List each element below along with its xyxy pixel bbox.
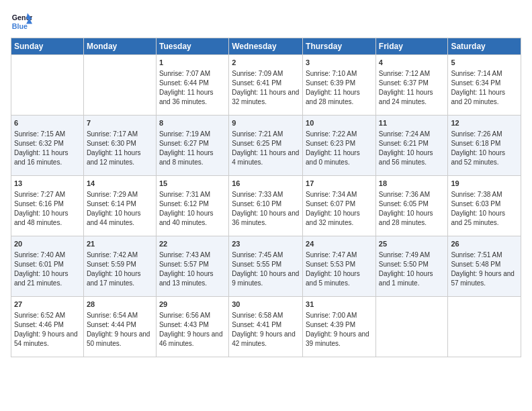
- calendar-cell: 24Sunrise: 7:47 AMSunset: 5:53 PMDayligh…: [303, 236, 376, 297]
- day-number: 24: [306, 239, 373, 249]
- calendar-cell: 27Sunrise: 6:52 AMSunset: 4:46 PMDayligh…: [11, 297, 84, 357]
- day-of-week-header: Friday: [375, 38, 448, 55]
- calendar-week-row: 13Sunrise: 7:27 AMSunset: 6:16 PMDayligh…: [11, 176, 521, 236]
- day-detail: Sunrise: 7:15 AMSunset: 6:32 PMDaylight:…: [14, 130, 81, 167]
- calendar-cell: 8Sunrise: 7:19 AMSunset: 6:27 PMDaylight…: [156, 116, 228, 176]
- day-detail: Sunrise: 6:58 AMSunset: 4:41 PMDaylight:…: [232, 311, 300, 349]
- day-number: 21: [87, 239, 153, 249]
- calendar-cell: 19Sunrise: 7:38 AMSunset: 6:03 PMDayligh…: [448, 176, 521, 236]
- day-number: 5: [451, 58, 518, 68]
- day-detail: Sunrise: 7:14 AMSunset: 6:34 PMDaylight:…: [451, 69, 518, 107]
- day-detail: Sunrise: 7:07 AMSunset: 6:44 PMDaylight:…: [159, 69, 226, 107]
- day-number: 9: [232, 118, 300, 128]
- day-number: 13: [14, 179, 81, 189]
- day-detail: Sunrise: 7:10 AMSunset: 6:39 PMDaylight:…: [306, 69, 373, 107]
- day-detail: Sunrise: 7:26 AMSunset: 6:18 PMDaylight:…: [451, 130, 518, 167]
- day-detail: Sunrise: 7:36 AMSunset: 6:05 PMDaylight:…: [379, 190, 445, 228]
- day-number: 25: [379, 239, 445, 249]
- day-number: 20: [14, 239, 81, 249]
- calendar-cell: 12Sunrise: 7:26 AMSunset: 6:18 PMDayligh…: [448, 116, 521, 176]
- day-number: 10: [306, 118, 373, 128]
- calendar-cell: 26Sunrise: 7:51 AMSunset: 5:48 PMDayligh…: [448, 236, 521, 297]
- calendar-cell: [11, 55, 84, 116]
- calendar-cell: 30Sunrise: 6:58 AMSunset: 4:41 PMDayligh…: [229, 297, 303, 357]
- calendar-table: SundayMondayTuesdayWednesdayThursdayFrid…: [11, 38, 521, 357]
- calendar-cell: [448, 297, 521, 357]
- day-number: 19: [451, 179, 518, 189]
- calendar-cell: 7Sunrise: 7:17 AMSunset: 6:30 PMDaylight…: [83, 116, 156, 176]
- calendar-cell: 14Sunrise: 7:29 AMSunset: 6:14 PMDayligh…: [83, 176, 156, 236]
- calendar-cell: 25Sunrise: 7:49 AMSunset: 5:50 PMDayligh…: [375, 236, 448, 297]
- logo: General Blue: [11, 11, 32, 32]
- day-of-week-header: Saturday: [448, 38, 521, 55]
- day-detail: Sunrise: 7:45 AMSunset: 5:55 PMDaylight:…: [232, 250, 300, 288]
- day-detail: Sunrise: 7:34 AMSunset: 6:07 PMDaylight:…: [306, 190, 373, 228]
- day-number: 2: [232, 58, 300, 68]
- day-number: 26: [451, 239, 518, 249]
- day-detail: Sunrise: 7:38 AMSunset: 6:03 PMDaylight:…: [451, 190, 518, 228]
- day-number: 22: [159, 239, 226, 249]
- day-detail: Sunrise: 7:47 AMSunset: 5:53 PMDaylight:…: [306, 250, 373, 288]
- day-detail: Sunrise: 6:56 AMSunset: 4:43 PMDaylight:…: [159, 311, 226, 349]
- calendar-cell: 9Sunrise: 7:21 AMSunset: 6:25 PMDaylight…: [229, 116, 303, 176]
- calendar-header-row: SundayMondayTuesdayWednesdayThursdayFrid…: [11, 38, 521, 55]
- day-detail: Sunrise: 7:51 AMSunset: 5:48 PMDaylight:…: [451, 250, 518, 288]
- day-number: 30: [232, 300, 300, 310]
- calendar-cell: 3Sunrise: 7:10 AMSunset: 6:39 PMDaylight…: [303, 55, 376, 116]
- calendar-cell: [375, 297, 448, 357]
- day-detail: Sunrise: 7:24 AMSunset: 6:21 PMDaylight:…: [379, 130, 445, 167]
- day-number: 4: [379, 58, 445, 68]
- calendar-cell: 31Sunrise: 7:00 AMSunset: 4:39 PMDayligh…: [303, 297, 376, 357]
- day-number: 3: [306, 58, 373, 68]
- day-number: 12: [451, 118, 518, 128]
- day-number: 28: [87, 300, 153, 310]
- day-detail: Sunrise: 7:22 AMSunset: 6:23 PMDaylight:…: [306, 130, 373, 167]
- day-detail: Sunrise: 7:19 AMSunset: 6:27 PMDaylight:…: [159, 130, 226, 167]
- day-detail: Sunrise: 7:09 AMSunset: 6:41 PMDaylight:…: [232, 69, 300, 107]
- page-header: General Blue: [11, 11, 521, 32]
- calendar-week-row: 6Sunrise: 7:15 AMSunset: 6:32 PMDaylight…: [11, 116, 521, 176]
- day-number: 31: [306, 300, 373, 310]
- day-detail: Sunrise: 6:54 AMSunset: 4:44 PMDaylight:…: [87, 311, 153, 349]
- calendar-week-row: 27Sunrise: 6:52 AMSunset: 4:46 PMDayligh…: [11, 297, 521, 357]
- day-detail: Sunrise: 7:27 AMSunset: 6:16 PMDaylight:…: [14, 190, 81, 228]
- day-detail: Sunrise: 6:52 AMSunset: 4:46 PMDaylight:…: [14, 311, 81, 349]
- calendar-cell: 16Sunrise: 7:33 AMSunset: 6:10 PMDayligh…: [229, 176, 303, 236]
- calendar-cell: 13Sunrise: 7:27 AMSunset: 6:16 PMDayligh…: [11, 176, 84, 236]
- day-detail: Sunrise: 7:31 AMSunset: 6:12 PMDaylight:…: [159, 190, 226, 228]
- day-number: 18: [379, 179, 445, 189]
- calendar-cell: 22Sunrise: 7:43 AMSunset: 5:57 PMDayligh…: [156, 236, 228, 297]
- day-number: 29: [159, 300, 226, 310]
- day-number: 23: [232, 239, 300, 249]
- day-number: 17: [306, 179, 373, 189]
- day-detail: Sunrise: 7:49 AMSunset: 5:50 PMDaylight:…: [379, 250, 445, 288]
- day-detail: Sunrise: 7:33 AMSunset: 6:10 PMDaylight:…: [232, 190, 300, 228]
- day-detail: Sunrise: 7:43 AMSunset: 5:57 PMDaylight:…: [159, 250, 226, 288]
- calendar-cell: 2Sunrise: 7:09 AMSunset: 6:41 PMDaylight…: [229, 55, 303, 116]
- day-detail: Sunrise: 7:40 AMSunset: 6:01 PMDaylight:…: [14, 250, 81, 288]
- day-detail: Sunrise: 7:42 AMSunset: 5:59 PMDaylight:…: [87, 250, 153, 288]
- calendar-cell: 6Sunrise: 7:15 AMSunset: 6:32 PMDaylight…: [11, 116, 84, 176]
- day-number: 8: [159, 118, 226, 128]
- day-of-week-header: Sunday: [11, 38, 84, 55]
- day-detail: Sunrise: 7:00 AMSunset: 4:39 PMDaylight:…: [306, 311, 373, 349]
- calendar-cell: 15Sunrise: 7:31 AMSunset: 6:12 PMDayligh…: [156, 176, 228, 236]
- calendar-cell: 17Sunrise: 7:34 AMSunset: 6:07 PMDayligh…: [303, 176, 376, 236]
- calendar-cell: 4Sunrise: 7:12 AMSunset: 6:37 PMDaylight…: [375, 55, 448, 116]
- calendar-cell: 28Sunrise: 6:54 AMSunset: 4:44 PMDayligh…: [83, 297, 156, 357]
- day-number: 27: [14, 300, 81, 310]
- day-detail: Sunrise: 7:12 AMSunset: 6:37 PMDaylight:…: [379, 69, 445, 107]
- calendar-cell: 18Sunrise: 7:36 AMSunset: 6:05 PMDayligh…: [375, 176, 448, 236]
- day-of-week-header: Thursday: [303, 38, 376, 55]
- calendar-cell: [83, 55, 156, 116]
- calendar-cell: 5Sunrise: 7:14 AMSunset: 6:34 PMDaylight…: [448, 55, 521, 116]
- day-number: 14: [87, 179, 153, 189]
- day-number: 11: [379, 118, 445, 128]
- day-of-week-header: Wednesday: [229, 38, 303, 55]
- calendar-week-row: 20Sunrise: 7:40 AMSunset: 6:01 PMDayligh…: [11, 236, 521, 297]
- day-number: 6: [14, 118, 81, 128]
- calendar-cell: 20Sunrise: 7:40 AMSunset: 6:01 PMDayligh…: [11, 236, 84, 297]
- calendar-cell: 23Sunrise: 7:45 AMSunset: 5:55 PMDayligh…: [229, 236, 303, 297]
- day-detail: Sunrise: 7:29 AMSunset: 6:14 PMDaylight:…: [87, 190, 153, 228]
- calendar-week-row: 1Sunrise: 7:07 AMSunset: 6:44 PMDaylight…: [11, 55, 521, 116]
